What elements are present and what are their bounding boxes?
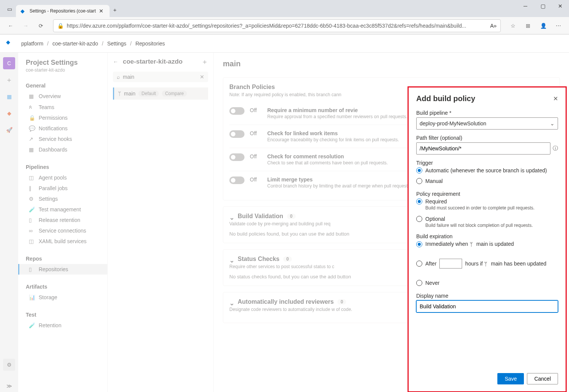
requirement-label: Policy requirement bbox=[416, 191, 558, 197]
settings-item-release-retention[interactable]: ▯Release retention bbox=[18, 215, 107, 225]
breadcrumb-section[interactable]: Settings bbox=[107, 41, 127, 47]
project-icon[interactable]: C bbox=[3, 57, 15, 69]
display-name-input[interactable] bbox=[416, 300, 558, 312]
settings-item-teams[interactable]: ጰTeams bbox=[18, 102, 107, 112]
toggle-label: Off bbox=[250, 176, 262, 183]
tab-actions-button[interactable]: ▭ bbox=[3, 3, 16, 16]
settings-item-repositories[interactable]: ▯Repositories bbox=[18, 264, 107, 275]
build-validation-heading: Build Validation bbox=[238, 213, 283, 220]
dashboard-icon: ▦ bbox=[29, 147, 35, 153]
optional-label: Optional bbox=[425, 216, 445, 222]
toggle-limit-merge[interactable] bbox=[229, 176, 245, 184]
exp-immediate-label: Immediately when ᛘ main is updated bbox=[425, 241, 514, 247]
settings-item-storage[interactable]: 📊Storage bbox=[18, 292, 107, 303]
settings-item-agent-pools[interactable]: ◫Agent pools bbox=[18, 172, 107, 183]
filter-icon: ⌕ bbox=[117, 74, 120, 80]
chevron-down-icon[interactable]: ⌄ bbox=[229, 300, 234, 304]
path-filter-input[interactable] bbox=[416, 142, 550, 155]
pipeline-label: Build pipeline * bbox=[416, 110, 558, 116]
filter-text: main bbox=[123, 74, 134, 80]
add-item-icon[interactable]: ＋ bbox=[3, 74, 15, 86]
breadcrumb-org[interactable]: pplatform bbox=[21, 41, 43, 47]
branch-icon: ᛘ bbox=[470, 241, 475, 247]
expand-rail-icon[interactable]: ≫ bbox=[3, 380, 15, 392]
toggle-comment-resolution[interactable] bbox=[229, 153, 245, 161]
chevron-down-icon[interactable]: ⌄ bbox=[229, 214, 234, 219]
read-aloud-icon[interactable]: A» bbox=[490, 23, 497, 29]
branch-name: main bbox=[124, 91, 135, 97]
settings-item-service-hooks[interactable]: ↗Service hooks bbox=[18, 134, 107, 144]
chevron-down-icon[interactable]: ⌄ bbox=[229, 257, 234, 261]
settings-item-retention[interactable]: 🧪Retention bbox=[18, 320, 107, 331]
back-arrow-icon[interactable]: ← bbox=[113, 59, 118, 65]
breadcrumb-project[interactable]: coe-starter-kit-azdo bbox=[52, 41, 98, 47]
retention-icon: ▯ bbox=[29, 217, 35, 223]
cancel-button[interactable]: Cancel bbox=[527, 373, 558, 384]
address-bar-input[interactable] bbox=[67, 23, 487, 29]
toggle-label: Off bbox=[250, 107, 262, 113]
info-icon[interactable]: ⓘ bbox=[553, 145, 558, 152]
repos-icon[interactable]: ◆ bbox=[3, 107, 15, 119]
settings-item-parallel-jobs[interactable]: ∥Parallel jobs bbox=[18, 183, 107, 194]
settings-item-pipeline-settings[interactable]: ⚙Settings bbox=[18, 194, 107, 204]
breadcrumb-page[interactable]: Repositories bbox=[135, 41, 165, 47]
browser-tab-active[interactable]: ◆ Settings - Repositories (coe-start ✕ bbox=[16, 5, 110, 17]
window-close[interactable]: ✕ bbox=[552, 0, 569, 12]
settings-item-notifications[interactable]: 💬Notifications bbox=[18, 123, 107, 134]
breadcrumb-separator: / bbox=[102, 41, 103, 47]
toggle-linked-work-items[interactable] bbox=[229, 130, 245, 138]
tab-close-icon[interactable]: ✕ bbox=[99, 8, 105, 14]
default-badge: Default bbox=[138, 91, 159, 97]
profile-avatar[interactable]: 👤 bbox=[537, 20, 549, 32]
branch-item-main[interactable]: ᛘ main Default Compare bbox=[113, 87, 208, 100]
more-menu-icon[interactable]: ⋯ bbox=[552, 20, 564, 32]
settings-item-xaml-build[interactable]: ◫XAML build services bbox=[18, 236, 107, 247]
group-test: Test bbox=[18, 309, 107, 320]
count-badge: 0 bbox=[337, 299, 346, 305]
branch-icon: ᛘ bbox=[484, 261, 489, 267]
settings-item-permissions[interactable]: 🔒Permissions bbox=[18, 112, 107, 123]
new-tab-button[interactable]: ＋ bbox=[110, 5, 120, 16]
radio-trigger-automatic[interactable] bbox=[416, 167, 422, 173]
pipeline-select[interactable]: deploy-prod-MyNewSolution ⌄ bbox=[416, 117, 558, 130]
radio-optional[interactable] bbox=[416, 216, 422, 222]
radio-trigger-manual[interactable] bbox=[416, 178, 422, 184]
close-icon[interactable]: ✕ bbox=[553, 95, 558, 102]
pipelines-icon[interactable]: 🚀 bbox=[3, 124, 15, 136]
refresh-button[interactable]: ⟳ bbox=[35, 20, 47, 32]
radio-exp-immediate[interactable] bbox=[416, 241, 422, 247]
required-desc: Build must succeed in order to complete … bbox=[425, 205, 558, 211]
settings-gear-icon[interactable]: ⚙ bbox=[3, 359, 15, 371]
clear-filter-icon[interactable]: ✕ bbox=[200, 74, 204, 80]
window-maximize[interactable]: ▢ bbox=[534, 0, 552, 12]
collections-icon[interactable]: ⊞ bbox=[522, 20, 534, 32]
settings-item-service-connections[interactable]: ∞Service connections bbox=[18, 225, 107, 236]
breadcrumb-separator: / bbox=[130, 41, 132, 47]
add-branch-icon[interactable]: ＋ bbox=[201, 57, 208, 66]
test-icon: 🧪 bbox=[29, 206, 35, 212]
settings-item-dashboards[interactable]: ▦Dashboards bbox=[18, 144, 107, 155]
retention-icon: 🧪 bbox=[29, 322, 35, 328]
group-pipelines: Pipelines bbox=[18, 162, 107, 172]
hours-input[interactable] bbox=[439, 259, 462, 269]
flyout-title: Add build policy bbox=[416, 94, 553, 103]
settings-item-test-management[interactable]: 🧪Test management bbox=[18, 204, 107, 215]
radio-required[interactable] bbox=[416, 198, 422, 205]
radio-exp-never[interactable] bbox=[416, 280, 422, 286]
connection-icon: ∞ bbox=[29, 228, 35, 234]
favorite-icon[interactable]: ☆ bbox=[507, 20, 519, 32]
trigger-auto-label: Automatic (whenever the source branch is… bbox=[425, 167, 547, 173]
settings-item-overview[interactable]: ▦Overview bbox=[18, 91, 107, 102]
azure-devops-logo-icon[interactable]: ◆ bbox=[6, 39, 15, 48]
toggle-min-reviewers[interactable] bbox=[229, 107, 245, 115]
window-minimize[interactable]: ─ bbox=[517, 0, 534, 12]
back-button[interactable]: ← bbox=[5, 20, 17, 32]
repo-icon: ▯ bbox=[29, 266, 35, 272]
branch-filter-input[interactable]: ⌕ main ✕ bbox=[113, 72, 208, 82]
storage-icon: 📊 bbox=[29, 294, 35, 300]
agent-icon: ◫ bbox=[29, 175, 35, 181]
radio-exp-after[interactable] bbox=[416, 261, 422, 267]
save-button[interactable]: Save bbox=[497, 373, 524, 384]
xaml-icon: ◫ bbox=[29, 238, 35, 244]
boards-icon[interactable]: ▦ bbox=[3, 91, 15, 103]
